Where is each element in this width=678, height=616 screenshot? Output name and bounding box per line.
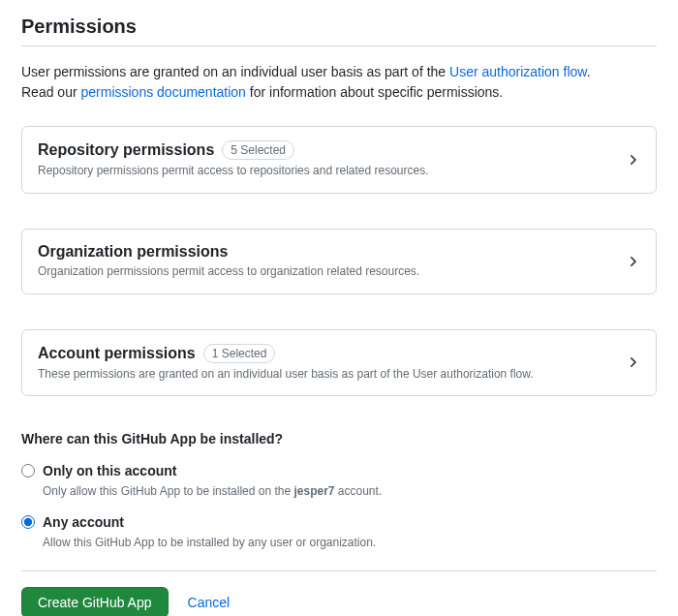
- install-only-desc-suffix: account.: [335, 484, 383, 498]
- organization-permissions-card[interactable]: Organization permissions Organization pe…: [21, 229, 657, 294]
- install-option-only[interactable]: Only on this account Only allow this Git…: [21, 462, 657, 500]
- footer-divider: [21, 570, 657, 571]
- user-auth-flow-link[interactable]: User authorization flow: [449, 64, 587, 79]
- install-only-desc: Only allow this GitHub App to be install…: [43, 482, 382, 500]
- organization-permissions-title: Organization permissions: [38, 243, 228, 261]
- account-permissions-badge: 1 Selected: [203, 344, 276, 363]
- repository-permissions-badge: 5 Selected: [222, 140, 294, 160]
- account-permissions-title: Account permissions: [38, 345, 196, 362]
- intro-line2-suffix: for information about specific permissio…: [246, 84, 503, 100]
- create-app-button[interactable]: Create GitHub App: [21, 587, 169, 616]
- cancel-link[interactable]: Cancel: [188, 595, 231, 610]
- repository-permissions-title: Repository permissions: [38, 141, 214, 159]
- intro-line2-prefix: Read our: [21, 84, 80, 100]
- permissions-doc-link[interactable]: permissions documentation: [80, 84, 245, 100]
- install-heading: Where can this GitHub App be installed?: [21, 431, 657, 447]
- install-any-desc: Allow this GitHub App to be installed by…: [43, 534, 376, 551]
- install-only-desc-account: jesper7: [293, 484, 334, 498]
- install-any-label: Any account: [43, 513, 376, 533]
- install-only-desc-prefix: Only allow this GitHub App to be install…: [43, 484, 293, 498]
- chevron-right-icon: [625, 152, 640, 168]
- intro-line1-suffix: .: [587, 64, 591, 79]
- chevron-right-icon: [625, 254, 640, 269]
- install-option-any[interactable]: Any account Allow this GitHub App to be …: [21, 513, 657, 551]
- chevron-right-icon: [625, 354, 640, 370]
- install-section: Where can this GitHub App be installed? …: [21, 431, 657, 616]
- install-radio-group: Only on this account Only allow this Git…: [21, 462, 657, 550]
- account-permissions-card[interactable]: Account permissions 1 Selected These per…: [21, 329, 657, 397]
- install-radio-any[interactable]: [21, 515, 35, 529]
- page-title: Permissions: [21, 15, 657, 46]
- account-permissions-desc: These permissions are granted on an indi…: [38, 366, 534, 383]
- repository-permissions-card[interactable]: Repository permissions 5 Selected Reposi…: [21, 126, 657, 194]
- install-radio-only[interactable]: [21, 464, 35, 477]
- install-only-label: Only on this account: [43, 462, 382, 481]
- intro-text: User permissions are granted on an indiv…: [21, 62, 657, 103]
- intro-line1-prefix: User permissions are granted on an indiv…: [21, 64, 449, 79]
- organization-permissions-desc: Organization permissions permit access t…: [38, 263, 419, 280]
- footer-actions: Create GitHub App Cancel: [21, 587, 657, 616]
- repository-permissions-desc: Repository permissions permit access to …: [38, 163, 429, 179]
